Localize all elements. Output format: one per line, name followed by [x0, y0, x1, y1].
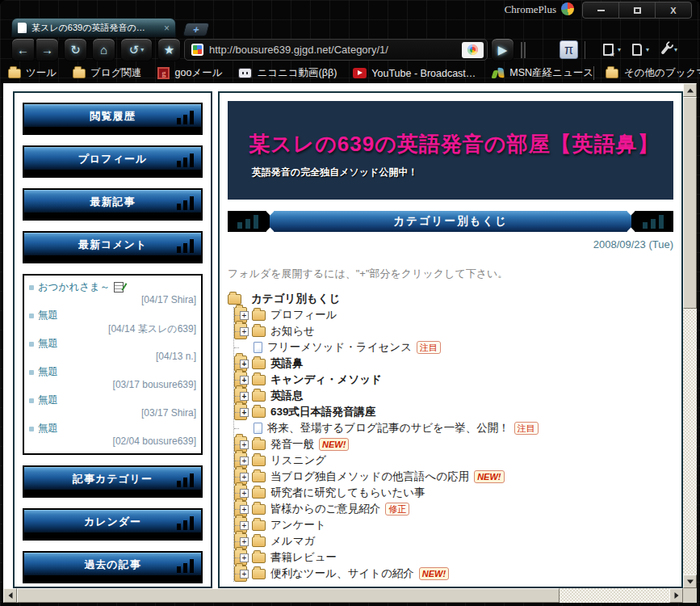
sidebar-button-comments[interactable]: 最新コメント: [23, 231, 203, 263]
bookmark-star-button[interactable]: ★: [157, 38, 181, 61]
comment-title-link[interactable]: おつかれさま～: [38, 280, 110, 294]
bookmark-item[interactable]: ニコニコ動画(ββ): [238, 66, 337, 80]
tree-item-label[interactable]: フリーメソッド・ライセンス: [267, 340, 412, 355]
expand-plus-icon[interactable]: [240, 489, 249, 498]
tree-item-label[interactable]: 研究者に研究してもらいたい事: [270, 486, 425, 500]
pi-extension-icon[interactable]: π: [560, 40, 578, 59]
tree-item-label[interactable]: 便利なツール、サイトの紹介: [270, 566, 414, 581]
expand-plus-icon[interactable]: [240, 553, 249, 562]
go-button[interactable]: ▶: [491, 38, 514, 61]
tree-node-icon: [252, 391, 266, 402]
sidebar-button[interactable]: 最新記事: [23, 188, 203, 221]
navigation-toolbar: ← → ↻ ⌂ ↺▾ ★ http://bousure639.gjgd.net/…: [0, 36, 700, 63]
minimize-button[interactable]: [583, 2, 619, 18]
comment-title-link[interactable]: 無題: [38, 309, 58, 322]
scroll-right-button[interactable]: [669, 588, 683, 603]
bookmark-item[interactable]: ブログ関連: [73, 66, 141, 80]
tree-item-label[interactable]: 639式日本語発音講座: [270, 405, 376, 419]
tree-item-label[interactable]: キャンディ・メソッド: [270, 372, 382, 387]
tree-node-icon: [252, 553, 266, 563]
comment-title-link[interactable]: 無題: [38, 337, 58, 351]
comment-title-link[interactable]: 無題: [38, 393, 58, 407]
chevron-down-icon: ▾: [646, 46, 649, 53]
tree-item-label[interactable]: 英語鼻: [270, 356, 304, 371]
other-bookmarks-button[interactable]: その他のブックマーク: [593, 66, 700, 80]
tree-item-label[interactable]: 当ブログ独自メソッドの他言語への応用: [270, 469, 469, 484]
maximize-icon: [634, 7, 641, 14]
tree-item-label[interactable]: 発音一般: [270, 437, 314, 452]
tab-close-icon[interactable]: ×: [164, 23, 170, 33]
tree-root-label[interactable]: カテゴリ別もくじ: [251, 292, 340, 306]
tree-item-label[interactable]: プロフィール: [270, 308, 337, 322]
sidebar-button[interactable]: プロフィール: [23, 145, 203, 178]
back-button[interactable]: ←: [11, 38, 35, 61]
page-action-button[interactable]: [462, 42, 484, 58]
maximize-button[interactable]: [619, 2, 656, 18]
sidebar-buttons-top: 閲覧履歴 プロフィール 最新記事: [23, 103, 203, 221]
tree-item: 将来、登場するブログ記事のサビを一挙、公開！ 注目: [234, 420, 673, 436]
sidebar-buttons-bottom: 記事カテゴリー カレンダー 過去の記事: [23, 465, 203, 588]
tree-node-icon: [252, 440, 266, 450]
comment-date: [04/14 某スレの639]: [29, 322, 196, 337]
bookmarks-menu-button[interactable]: ▾: [603, 44, 621, 56]
sidebar-button[interactable]: 過去の記事: [23, 551, 203, 583]
expand-plus-icon[interactable]: [240, 392, 249, 401]
expand-plus-icon[interactable]: [240, 327, 249, 336]
sidebar-button-label: 閲覧履歴: [90, 109, 136, 124]
expand-plus-icon[interactable]: [240, 521, 249, 530]
tree-item-label[interactable]: リスニング: [270, 453, 326, 468]
reload-button[interactable]: ↻: [64, 38, 87, 61]
comment-title-link[interactable]: 無題: [38, 365, 58, 379]
tree-item-label[interactable]: 英語息: [270, 389, 304, 403]
tree-item-label[interactable]: 書籍レビュー: [270, 550, 337, 565]
bars-icon: [177, 559, 194, 573]
comment-date: [03/17 Shira]: [29, 407, 196, 422]
tools-menu-button[interactable]: ▾: [660, 44, 677, 55]
bookmark-icon: [73, 69, 86, 78]
bookmark-icon: [8, 69, 21, 78]
url-text[interactable]: http://bousure639.gjgd.net/Category/1/: [209, 44, 456, 56]
new-tab-button[interactable]: +: [182, 23, 210, 36]
home-button[interactable]: ⌂: [92, 38, 115, 61]
sidebar-button[interactable]: 記事カテゴリー: [23, 465, 203, 498]
bookmark-icon: [492, 68, 505, 79]
tree-item-label[interactable]: アンケート: [270, 518, 326, 532]
bookmark-item[interactable]: ツール: [8, 66, 57, 80]
comment-title-link[interactable]: 無題: [38, 422, 58, 436]
scroll-left-button[interactable]: [3, 588, 17, 603]
category-tree: カテゴリ別もくじ プロフィール: [228, 291, 673, 582]
expand-plus-icon[interactable]: [240, 360, 249, 368]
vertical-scroll-thumb[interactable]: [683, 97, 697, 309]
undo-button[interactable]: ↺▾: [120, 38, 153, 61]
page-menu-button[interactable]: ▾: [632, 44, 649, 56]
expand-plus-icon[interactable]: [240, 311, 249, 320]
tree-item-label[interactable]: メルマガ: [270, 534, 315, 549]
horizontal-scrollbar[interactable]: [3, 588, 683, 603]
bookmark-item[interactable]: gooメール: [157, 66, 222, 80]
scroll-down-button[interactable]: [683, 574, 697, 588]
sidebar-button[interactable]: カレンダー: [23, 508, 203, 541]
tab-active[interactable]: 某スレの639の英語発音の… ×: [11, 18, 176, 37]
scrollbar-corner: [683, 588, 697, 603]
expand-plus-icon[interactable]: [240, 537, 249, 546]
close-button[interactable]: X: [656, 2, 691, 18]
bookmark-item[interactable]: MSN産経ニュース: [492, 66, 593, 80]
expand-plus-icon[interactable]: [240, 457, 249, 465]
expand-plus-icon[interactable]: [240, 440, 249, 449]
expand-plus-icon[interactable]: [240, 376, 249, 385]
tree-item-label[interactable]: お知らせ: [270, 324, 315, 339]
forward-button[interactable]: →: [36, 38, 59, 61]
scroll-up-button[interactable]: [683, 83, 697, 97]
expand-plus-icon[interactable]: [240, 570, 249, 579]
expand-plus-icon[interactable]: [240, 408, 249, 417]
bookmark-item[interactable]: YouTube - Broadcast…: [353, 68, 476, 79]
comment-date: [02/04 bousure639]: [29, 436, 196, 450]
expand-plus-icon[interactable]: [240, 505, 249, 514]
address-bar[interactable]: http://bousure639.gjgd.net/Category/1/: [184, 39, 488, 61]
horizontal-scroll-thumb[interactable]: [17, 588, 560, 603]
expand-plus-icon[interactable]: [240, 473, 249, 482]
tree-item-label[interactable]: 将来、登場するブログ記事のサビを一挙、公開！: [267, 421, 509, 436]
tree-item-label[interactable]: 皆様からのご意見紹介: [270, 502, 380, 516]
vertical-scrollbar[interactable]: [683, 83, 697, 588]
sidebar-button[interactable]: 閲覧履歴: [23, 103, 203, 135]
